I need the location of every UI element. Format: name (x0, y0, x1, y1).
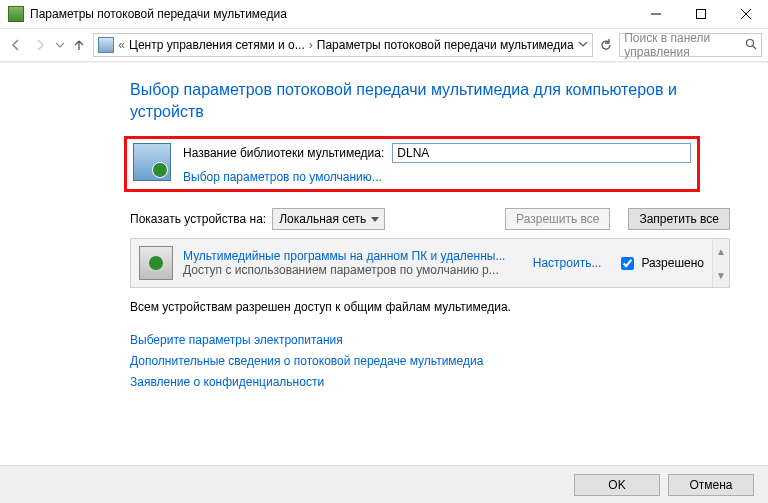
svg-rect-1 (696, 10, 705, 19)
forward-button[interactable] (30, 33, 50, 57)
allowed-label: Разрешено (641, 256, 704, 270)
titlebar: Параметры потоковой передачи мультимедиа (0, 0, 768, 28)
breadcrumb-separator: › (309, 38, 313, 52)
network-scope-combo[interactable]: Локальная сеть (272, 208, 385, 230)
scroll-down-icon[interactable]: ▼ (713, 263, 729, 287)
breadcrumb-item[interactable]: Параметры потоковой передачи мультимедиа (317, 38, 574, 52)
related-links: Выберите параметры электропитания Дополн… (130, 330, 730, 390)
close-button[interactable] (723, 0, 768, 28)
allowed-checkbox-input[interactable] (621, 257, 634, 270)
more-info-link[interactable]: Дополнительные сведения о потоковой пере… (130, 354, 483, 368)
address-bar[interactable]: « Центр управления сетями и о... › Парам… (93, 33, 592, 57)
device-list: Мультимедийные программы на данном ПК и … (130, 238, 730, 288)
privacy-link[interactable]: Заявление о конфиденциальности (130, 375, 324, 389)
power-settings-link[interactable]: Выберите параметры электропитания (130, 333, 343, 347)
cancel-button[interactable]: Отмена (668, 474, 754, 496)
device-title: Мультимедийные программы на данном ПК и … (183, 249, 523, 263)
device-icon (139, 246, 173, 280)
block-all-button[interactable]: Запретить все (628, 208, 730, 230)
device-allowed-checkbox[interactable]: Разрешено (617, 254, 704, 273)
device-row[interactable]: Мультимедийные программы на данном ПК и … (131, 239, 712, 287)
show-devices-row: Показать устройства на: Локальная сеть Р… (130, 208, 730, 230)
library-name-highlight: Название библиотеки мультимедиа: Выбор п… (124, 136, 700, 192)
maximize-button[interactable] (678, 0, 723, 28)
search-icon (745, 38, 757, 53)
media-library-icon (133, 143, 171, 181)
scroll-up-icon[interactable]: ▲ (713, 239, 729, 263)
library-name-label: Название библиотеки мультимедиа: (183, 146, 384, 160)
access-note: Всем устройствам разрешен доступ к общим… (130, 300, 730, 314)
content-area: Выбор параметров потоковой передачи муль… (0, 62, 768, 465)
device-subtitle: Доступ с использованием параметров по ум… (183, 263, 523, 277)
window-title: Параметры потоковой передачи мультимедиа (30, 7, 633, 21)
refresh-button[interactable] (597, 34, 616, 56)
ok-button[interactable]: OK (574, 474, 660, 496)
svg-line-5 (753, 46, 756, 49)
back-button[interactable] (6, 33, 26, 57)
scrollbar[interactable]: ▲ ▼ (712, 239, 729, 287)
breadcrumb-root: « (118, 38, 125, 52)
footer: OK Отмена (0, 465, 768, 503)
show-devices-label: Показать устройства на: (130, 212, 266, 226)
minimize-button[interactable] (633, 0, 678, 28)
address-dropdown-icon[interactable] (578, 38, 588, 52)
device-customize-link[interactable]: Настроить... (533, 256, 602, 270)
svg-point-4 (746, 39, 753, 46)
library-name-input[interactable] (392, 143, 691, 163)
navbar: « Центр управления сетями и о... › Парам… (0, 28, 768, 62)
allow-all-button[interactable]: Разрешить все (505, 208, 610, 230)
search-input[interactable]: Поиск в панели управления (619, 33, 762, 57)
location-icon (98, 37, 114, 53)
choose-defaults-link[interactable]: Выбор параметров по умолчанию... (183, 170, 382, 184)
page-heading: Выбор параметров потоковой передачи муль… (130, 79, 730, 122)
up-button[interactable] (69, 33, 89, 57)
search-placeholder: Поиск в панели управления (624, 31, 741, 59)
recent-dropdown[interactable] (54, 33, 66, 57)
breadcrumb-item[interactable]: Центр управления сетями и о... (129, 38, 305, 52)
app-icon (8, 6, 24, 22)
